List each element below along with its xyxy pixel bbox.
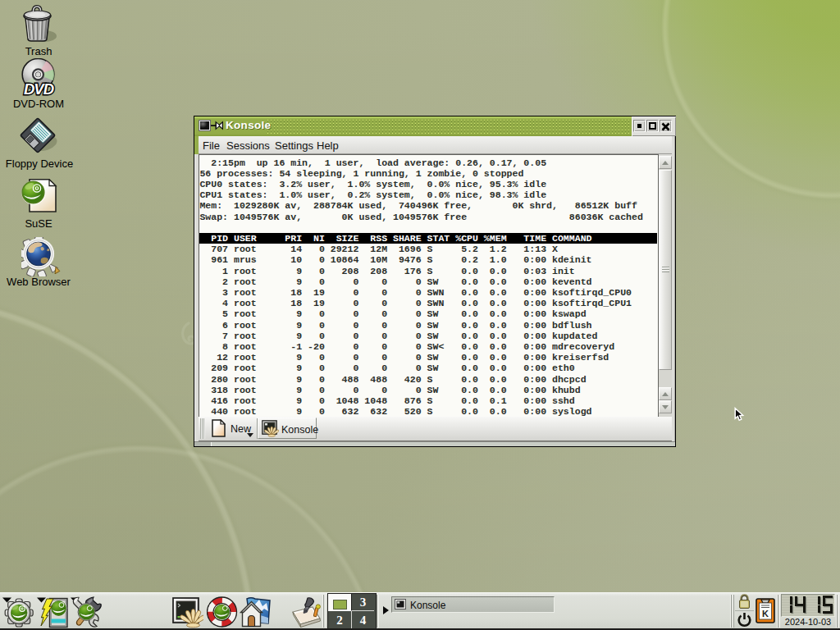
svg-text:DVD: DVD [24, 80, 54, 98]
svg-text:K: K [762, 609, 769, 619]
